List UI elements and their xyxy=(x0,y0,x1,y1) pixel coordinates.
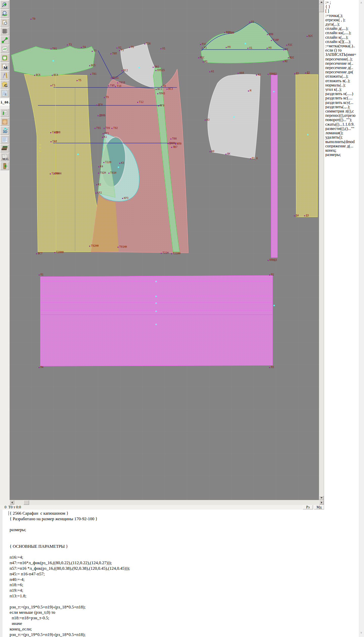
command-item[interactable]: размеры; xyxy=(325,152,359,157)
editor-line[interactable]: иначе xyxy=(10,621,130,626)
reference-dot xyxy=(155,281,157,282)
sidebar-scroll-up-icon[interactable]: ∧ xyxy=(360,1,362,4)
command-item[interactable]: сжать(()...1.1.0.9. xyxy=(325,122,359,126)
zoom-in-button[interactable] xyxy=(0,1,9,9)
editor-line[interactable]: п45:= п16-п47-п57; xyxy=(10,571,130,577)
zoom-restore-button[interactable] xyxy=(0,9,9,18)
script-document-button[interactable]: S xyxy=(0,89,9,97)
command-item[interactable]: сплайн к[](....); xyxy=(325,39,359,44)
measure-button[interactable] xyxy=(0,36,9,44)
command-item[interactable]: конец; xyxy=(325,148,359,152)
editor-line[interactable] xyxy=(10,599,130,604)
editor-line[interactable] xyxy=(10,533,130,538)
reference-books-button[interactable] xyxy=(0,144,9,152)
editor-line[interactable] xyxy=(10,549,130,555)
command-item[interactable]: сплайн д(,...); xyxy=(325,26,359,31)
command-item[interactable]: симметрия л((),с xyxy=(325,109,359,113)
command-item[interactable]: если () то xyxy=(325,48,359,52)
command-item[interactable]: пересечение н(.. xyxy=(325,61,359,65)
macro-label[interactable]: i_66. xyxy=(0,99,10,106)
rz-mode-button[interactable]: Рз xyxy=(303,505,313,509)
point-marker xyxy=(98,173,99,174)
canvas-horizontal-scrollbar[interactable] xyxy=(10,500,324,505)
command-item[interactable]: пересечение д(.. xyxy=(325,65,359,70)
canvas-vertical-scrollbar[interactable] xyxy=(319,0,324,500)
editor-line[interactable]: рзн_т:=(рз_19*0.5+п19)-(рз_18*0.5+п18); xyxy=(10,604,130,610)
command-item[interactable]: разделить кс(.... xyxy=(325,96,359,100)
editor-line[interactable]: п19:=4; xyxy=(10,588,130,593)
command-item[interactable]: поворот(()...""); xyxy=(325,118,359,122)
editor-line[interactable]: п16:=4; xyxy=(10,555,130,560)
exit-button[interactable] xyxy=(0,162,9,170)
command-item[interactable]: сплайн к(,...); xyxy=(325,35,359,39)
grid-button[interactable] xyxy=(0,27,9,35)
scroll-up-button[interactable] xyxy=(319,0,324,4)
command-item[interactable]: { } xyxy=(325,5,359,9)
point-label: Д4 xyxy=(296,214,299,217)
editor-line[interactable]: рзн_т:=(рз_19*0.5+п19)-(рз_18*0.5+п18); xyxy=(10,632,130,637)
command-item[interactable]: [ ] xyxy=(325,9,359,13)
point-marker xyxy=(137,102,138,103)
algorithm-editor[interactable]: { 2566 Сарафан с капюшоном }{ Разработан… xyxy=(0,510,359,637)
sketch-view-button[interactable] xyxy=(0,45,9,53)
mannequin-photo-button[interactable] xyxy=(0,118,9,126)
operations-list-button[interactable] xyxy=(0,135,9,144)
pattern-piece-view-button[interactable] xyxy=(0,54,9,62)
editor-line[interactable]: п57:=п16 *л_фнк(рз_16,((80,0.38),(92,0.3… xyxy=(10,566,130,571)
scroll-right-button[interactable] xyxy=(319,500,324,505)
command-item[interactable]: сплайн кк(,....); xyxy=(325,31,359,35)
editor-line[interactable]: п13:=1.8; xyxy=(10,593,130,599)
editor-line[interactable]: { 2566 Сарафан с капюшоном } xyxy=(10,511,130,516)
command-item[interactable]: угол к(..); xyxy=(325,87,359,92)
editor-line[interactable] xyxy=(10,522,130,527)
horizontal-scroll-thumb[interactable] xyxy=(24,500,29,505)
command-item[interactable]: удалить(); xyxy=(325,135,359,139)
command-item[interactable]: разделить н(.....) xyxy=(325,92,359,96)
command-item[interactable]: пересечение дн( xyxy=(325,70,359,74)
md-mode-button[interactable]: Мд xyxy=(314,505,324,509)
command-item[interactable]: перенос((),отрезо xyxy=(325,113,359,118)
editor-line[interactable]: конец_если; xyxy=(10,626,130,632)
model-document-button[interactable]: M xyxy=(0,62,9,71)
algorithms-document-button[interactable]: ALG xyxy=(0,153,9,161)
editor-line[interactable]: { Разработано на размер женщины 170-92-1… xyxy=(10,516,130,522)
command-item[interactable]: нормаль(..); xyxy=(325,83,359,87)
editor-lines: { 2566 Сарафан с капюшоном }{ Разработан… xyxy=(10,511,130,637)
editor-line[interactable]: п40:=-4; xyxy=(10,577,130,582)
size-table-button[interactable] xyxy=(0,109,9,117)
print-preview-button[interactable] xyxy=(0,18,9,27)
sidebar-scrollbar[interactable]: ∧ ∨ xyxy=(359,0,364,637)
drafting-tools-button[interactable]: A xyxy=(0,71,9,80)
sidebar-scroll-down-icon[interactable]: ∨ xyxy=(360,631,362,634)
command-item[interactable]: сопряжение д(... xyxy=(325,144,359,148)
command-item[interactable]: развести((),()..."" xyxy=(325,126,359,131)
editor-line[interactable]: размеры; xyxy=(10,527,130,533)
editor-line[interactable]: п47:=п16*л_фнк(рз_16,((80,0.22),(112,0.2… xyxy=(10,560,130,566)
command-item[interactable]: ЗАПИСАТЬ(имя= xyxy=(325,52,359,57)
command-item[interactable]: пересечение(..); xyxy=(325,57,359,61)
point-label: Д3 xyxy=(306,214,309,217)
editor-line[interactable]: п18:=6; xyxy=(10,582,130,588)
editor-line[interactable]: если меньше (рзн_т,0) то xyxy=(10,610,130,615)
graphics-document-button[interactable]: G xyxy=(0,80,9,88)
command-item[interactable]: :=точка(,); xyxy=(325,13,359,18)
command-item[interactable]: отрезок( , ); xyxy=(325,18,359,22)
command-item[interactable]: разделить ксу(... xyxy=(325,100,359,105)
command-item[interactable]: ломаная(); xyxy=(325,131,359,135)
scroll-down-button[interactable] xyxy=(319,496,324,500)
vertical-scroll-thumb[interactable] xyxy=(319,5,324,12)
command-item[interactable]: := ; xyxy=(325,0,359,5)
editor-line[interactable] xyxy=(10,538,130,544)
command-item[interactable]: :=метка(точка(.).. xyxy=(325,44,359,48)
command-item[interactable]: дуга(,..); xyxy=(325,22,359,26)
drawing-canvas[interactable]: Т0Т3Т4Т7Т01ВС5ВС6ВС4Т81Т5Г1Х2Т1Т6Т16Т6ПХ… xyxy=(10,0,319,500)
three-d-view-button[interactable]: 3D xyxy=(0,126,9,135)
point-marker xyxy=(122,70,123,71)
command-item[interactable]: отложить в(..); xyxy=(325,79,359,83)
editor-line[interactable]: { ОСНОВНЫЕ ПАРАМЕТРЫ } xyxy=(10,544,130,549)
scroll-left-button[interactable] xyxy=(10,500,14,505)
command-item[interactable]: отложить(...); xyxy=(325,74,359,78)
editor-line[interactable]: п18:=п18+рзн_т-0.5; xyxy=(10,615,130,621)
command-item[interactable]: разделить(.,..); xyxy=(325,105,359,109)
command-item[interactable]: выполнить(dmod xyxy=(325,140,359,144)
